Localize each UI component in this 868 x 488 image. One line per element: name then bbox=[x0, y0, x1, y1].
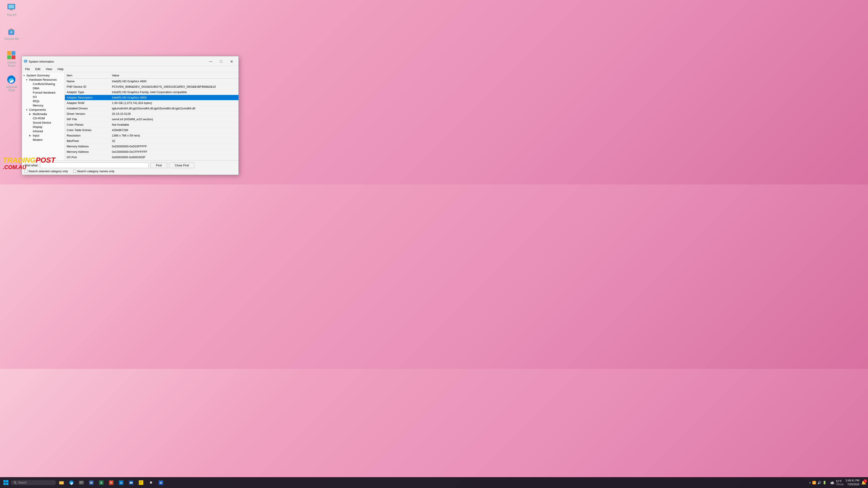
sidebar-item-input[interactable]: ▶ Input bbox=[22, 133, 65, 138]
table-cell-item: Memory Address bbox=[65, 144, 110, 149]
table-row[interactable]: Memory Address0xC0000000-0xCFFFFFFF bbox=[65, 149, 239, 155]
window-controls: — □ ✕ bbox=[206, 58, 237, 65]
monitor-icon bbox=[7, 3, 16, 12]
svg-rect-14 bbox=[24, 60, 27, 62]
table-cell-value: 20.19.15.5126 bbox=[110, 111, 239, 117]
svg-rect-5 bbox=[8, 30, 14, 31]
table-cell-item: Resolution bbox=[65, 133, 110, 138]
sidebar-item-irqs[interactable]: IRQs bbox=[22, 99, 65, 103]
this-pc-icon[interactable]: This PC bbox=[2, 2, 20, 17]
control-panel-svg bbox=[7, 51, 16, 60]
table-cell-value: 0x00003000-0x0000303F bbox=[110, 155, 239, 160]
menu-bar: File Edit View Help bbox=[22, 66, 239, 72]
table-cell-value: PCI\VEN_8086&DEV_0416&SUBSYS_1993103C&RE… bbox=[110, 84, 239, 90]
table-cell-value: Intel(R) HD Graphics Family, Intel Corpo… bbox=[110, 90, 239, 95]
menu-file[interactable]: File bbox=[23, 66, 32, 72]
sidebar-item-forced-hardware[interactable]: Forced Hardware bbox=[22, 90, 65, 95]
table-row[interactable]: PNP Device IDPCI\VEN_8086&DEV_0416&SUBSY… bbox=[65, 84, 239, 90]
svg-rect-1 bbox=[8, 5, 14, 8]
table-row[interactable]: Color PlanesNot Available bbox=[65, 122, 239, 127]
table-row[interactable]: Bits/Pixel32 bbox=[65, 138, 239, 144]
table-row[interactable]: Adapter RAM1.00 GB (1,073,741,824 bytes) bbox=[65, 100, 239, 106]
sidebar-item-hardware-resources[interactable]: ▼ Hardware Resources bbox=[22, 78, 65, 82]
table-row[interactable]: NameIntel(R) HD Graphics 4600 bbox=[65, 79, 239, 84]
table-row[interactable]: Memory Address0xD0000000-0xD03FFFFF bbox=[65, 144, 239, 149]
edge-icon[interactable]: Microsoft Edge bbox=[2, 74, 20, 92]
table-row[interactable]: Adapter DescriptionIntel(R) HD Graphics … bbox=[65, 95, 239, 100]
table-cell-item: Adapter Type bbox=[65, 90, 110, 95]
sidebar-item-io[interactable]: I/O bbox=[22, 95, 65, 99]
sidebar-item-dma[interactable]: DMA bbox=[22, 86, 65, 90]
table-row[interactable]: Color Table Entries4294967296 bbox=[65, 127, 239, 133]
data-table: Item Value NameIntel(R) HD Graphics 4600… bbox=[65, 72, 239, 160]
recycle-bin-icon[interactable]: ♻ Recycle Bin bbox=[2, 26, 20, 41]
table-cell-item: Color Table Entries bbox=[65, 127, 110, 133]
title-bar: System Information — □ ✕ bbox=[22, 56, 239, 66]
recycle-bin-svg: ♻ bbox=[7, 27, 16, 36]
sidebar-item-conflicts[interactable]: Conflicts/Sharing bbox=[22, 82, 65, 86]
table-cell-item: Adapter Description bbox=[65, 95, 110, 100]
sidebar-item-infrared[interactable]: Infrared bbox=[22, 129, 65, 133]
menu-edit[interactable]: Edit bbox=[33, 66, 42, 72]
svg-rect-6 bbox=[10, 29, 13, 30]
watermark-domain: .COM.AU bbox=[3, 164, 26, 170]
table-row[interactable]: Resolution1366 x 768 x 59 hertz bbox=[65, 133, 239, 138]
table-cell-item: Adapter RAM bbox=[65, 100, 110, 106]
edge-label: Microsoft Edge bbox=[3, 85, 20, 91]
sidebar-item-system-summary[interactable]: ▼ System Summary bbox=[22, 73, 65, 78]
maximize-button[interactable]: □ bbox=[216, 58, 226, 65]
close-find-button[interactable]: Close Find bbox=[169, 162, 194, 168]
table-cell-value: Intel(R) HD Graphics 4600 bbox=[110, 95, 239, 100]
edge-svg bbox=[7, 75, 16, 84]
table-cell-value: Not Available bbox=[110, 122, 239, 127]
svg-rect-9 bbox=[11, 51, 16, 55]
menu-help[interactable]: Help bbox=[55, 66, 66, 72]
watermark-post: POST bbox=[36, 156, 55, 164]
menu-view[interactable]: View bbox=[43, 66, 54, 72]
table-row[interactable]: INF Fileoem4.inf (iHSWM_w10 section) bbox=[65, 117, 239, 122]
minimize-button[interactable]: — bbox=[206, 58, 216, 65]
sidebar-item-memory[interactable]: Memory bbox=[22, 103, 65, 108]
table-cell-value: 0xC0000000-0xCFFFFFFF bbox=[110, 149, 239, 155]
table-cell-value: 0xD0000000-0xD03FFFFF bbox=[110, 144, 239, 149]
window-icon bbox=[24, 60, 27, 63]
table-row[interactable]: Installed Driversigdumdim64.dll,igd10ium… bbox=[65, 106, 239, 111]
svg-rect-2 bbox=[10, 9, 12, 10]
find-button[interactable]: Find bbox=[150, 162, 167, 168]
table-cell-value: 1.00 GB (1,073,741,824 bytes) bbox=[110, 100, 239, 106]
sidebar-item-display[interactable]: Display bbox=[22, 125, 65, 129]
col-item: Item bbox=[65, 72, 110, 79]
sidebar[interactable]: ▼ System Summary ▼ Hardware Resources Co… bbox=[22, 72, 65, 160]
sidebar-item-cdrom[interactable]: CD-ROM bbox=[22, 116, 65, 120]
table-cell-item: Driver Version bbox=[65, 111, 110, 117]
table-row[interactable]: Driver Version20.19.15.5126 bbox=[65, 111, 239, 117]
control-panel-icon[interactable]: Control Panel bbox=[2, 50, 20, 68]
sidebar-item-components[interactable]: ▼ Components bbox=[22, 108, 65, 112]
main-content: Item Value NameIntel(R) HD Graphics 4600… bbox=[65, 72, 239, 160]
sidebar-item-multimedia[interactable]: ▶ Multimedia bbox=[22, 112, 65, 116]
watermark-trading: TRADING bbox=[3, 156, 36, 164]
window-body: ▼ System Summary ▼ Hardware Resources Co… bbox=[22, 72, 239, 160]
table-cell-item: Memory Address bbox=[65, 149, 110, 155]
close-button[interactable]: ✕ bbox=[226, 58, 237, 65]
table-row[interactable]: I/O Port0x00003000-0x0000303F bbox=[65, 155, 239, 160]
svg-rect-8 bbox=[7, 51, 11, 55]
table-cell-item: Color Planes bbox=[65, 122, 110, 127]
checkbox-category-names[interactable]: Search category names only bbox=[73, 170, 114, 173]
svg-text:♻: ♻ bbox=[10, 31, 13, 34]
checkbox-category-names-input[interactable] bbox=[73, 170, 76, 173]
table-row[interactable]: Adapter TypeIntel(R) HD Graphics Family,… bbox=[65, 90, 239, 95]
watermark: TRADINGPOST .COM.AU bbox=[0, 155, 58, 171]
this-pc-label: This PC bbox=[6, 13, 16, 16]
svg-rect-11 bbox=[11, 55, 16, 59]
table-cell-value: 4294967296 bbox=[110, 127, 239, 133]
table-cell-item: Name bbox=[65, 79, 110, 84]
svg-rect-3 bbox=[9, 10, 13, 10]
table-cell-value: igdumdim64.dll,igd10iumd64.dll,igd10iumd… bbox=[110, 106, 239, 111]
title-bar-left: System Information bbox=[24, 60, 54, 63]
table-cell-value: oem4.inf (iHSWM_w10 section) bbox=[110, 117, 239, 122]
sidebar-item-sound-device[interactable]: Sound Device bbox=[22, 120, 65, 125]
sidebar-item-modem[interactable]: Modem bbox=[22, 138, 65, 142]
table-cell-value: Intel(R) HD Graphics 4600 bbox=[110, 79, 239, 84]
info-table: Item Value NameIntel(R) HD Graphics 4600… bbox=[65, 72, 239, 160]
